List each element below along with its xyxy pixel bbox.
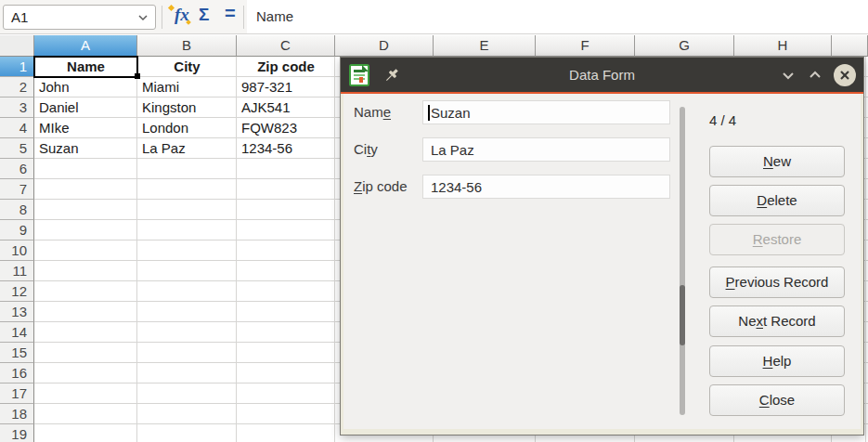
- toolbar-separator: [243, 6, 244, 29]
- data-form-dialog: Data Form Name City Zip code 4 / 4 New D…: [341, 58, 863, 435]
- restore-button: Restore: [709, 224, 845, 255]
- sum-icon[interactable]: Σ: [199, 5, 209, 25]
- column-header-d[interactable]: D: [335, 35, 434, 57]
- column-header-i-partial[interactable]: [832, 35, 868, 57]
- grid-line: [334, 57, 335, 442]
- cell-reference-box[interactable]: A1: [3, 5, 156, 30]
- row-header-17[interactable]: 17: [0, 384, 34, 404]
- column-header-b[interactable]: B: [137, 35, 237, 57]
- close-icon[interactable]: [833, 63, 857, 87]
- zip-code-label: Zip code: [354, 175, 408, 199]
- row-header-3[interactable]: 3: [0, 98, 34, 118]
- row-header-1[interactable]: 1: [0, 57, 34, 77]
- row-header-15[interactable]: 15: [0, 343, 34, 363]
- record-indicator: 4 / 4: [709, 112, 736, 128]
- row-header-6[interactable]: 6: [0, 159, 34, 179]
- column-header-f[interactable]: F: [536, 35, 635, 57]
- row-header-5[interactable]: 5: [0, 138, 34, 159]
- pin-icon[interactable]: [382, 66, 401, 84]
- cell-a2[interactable]: John: [36, 77, 136, 98]
- name-label: Name: [354, 100, 391, 124]
- active-cell-selection: [33, 56, 138, 78]
- grid-line: [865, 57, 866, 442]
- row-header-8[interactable]: 8: [0, 200, 34, 220]
- new-button[interactable]: New: [709, 146, 845, 177]
- sparkle-decoration: [168, 5, 175, 11]
- cell-b1[interactable]: City: [138, 57, 236, 77]
- column-header-c[interactable]: C: [237, 35, 335, 57]
- previous-record-button[interactable]: Previous Record: [709, 266, 845, 298]
- row-header-13[interactable]: 13: [0, 302, 34, 322]
- cell-c2[interactable]: 987-321: [239, 77, 333, 98]
- help-button[interactable]: Help: [709, 345, 845, 377]
- row-header-10[interactable]: 10: [0, 240, 34, 261]
- calc-document-icon: [347, 63, 371, 87]
- row-header-16[interactable]: 16: [0, 363, 34, 384]
- cell-a5[interactable]: Suzan: [36, 138, 136, 159]
- dialog-body: Name City Zip code 4 / 4 New Delete Rest…: [341, 94, 863, 435]
- scrollbar[interactable]: [680, 107, 685, 415]
- close-button[interactable]: Close: [709, 384, 845, 416]
- row-header-9[interactable]: 9: [0, 220, 34, 240]
- grid-line: [136, 57, 137, 442]
- row-header-12[interactable]: 12: [0, 281, 34, 302]
- grid-line: [236, 57, 237, 442]
- column-header-a[interactable]: A: [34, 35, 137, 57]
- toolbar-separator: [162, 6, 162, 29]
- cell-c1[interactable]: Zip code: [238, 57, 334, 77]
- dialog-titlebar[interactable]: Data Form: [341, 58, 863, 92]
- column-header-g[interactable]: G: [635, 35, 734, 57]
- row-header-4[interactable]: 4: [0, 118, 34, 138]
- cell-b3[interactable]: Kingston: [139, 98, 235, 118]
- function-wizard-icon[interactable]: fx: [168, 4, 196, 30]
- formula-bar: A1 fx Σ = Name: [0, 0, 868, 34]
- row-header-18[interactable]: 18: [0, 404, 34, 424]
- fill-handle[interactable]: [135, 73, 140, 79]
- zip-code-field[interactable]: [422, 175, 670, 199]
- row-header-14[interactable]: 14: [0, 322, 34, 343]
- scrollbar-thumb[interactable]: [680, 285, 685, 345]
- formula-icon[interactable]: =: [225, 3, 236, 24]
- column-header-e[interactable]: E: [434, 35, 536, 57]
- cell-b4[interactable]: London: [139, 118, 235, 138]
- cell-b5[interactable]: La Paz: [139, 138, 235, 159]
- chevron-down-icon[interactable]: [136, 11, 149, 24]
- chevron-up-icon[interactable]: [806, 67, 824, 84]
- city-label: City: [354, 137, 378, 162]
- cell-b2[interactable]: Miami: [139, 77, 235, 98]
- chevron-down-icon[interactable]: [779, 67, 797, 84]
- cell-reference-value: A1: [11, 9, 28, 25]
- cell-a3[interactable]: Daniel: [36, 98, 136, 118]
- row-header-7[interactable]: 7: [0, 179, 34, 200]
- cell-c3[interactable]: AJK541: [239, 98, 333, 118]
- text-caret: [428, 105, 430, 121]
- cell-c4[interactable]: FQW823: [239, 118, 333, 138]
- cell-a4[interactable]: MIke: [36, 118, 136, 138]
- select-all-corner[interactable]: [0, 35, 34, 57]
- cell-c5[interactable]: 1234-56: [239, 138, 333, 159]
- formula-input[interactable]: Name: [247, 0, 868, 33]
- row-header-2[interactable]: 2: [0, 77, 34, 98]
- next-record-button[interactable]: Next Record: [709, 306, 845, 337]
- row-header-19[interactable]: 19: [0, 424, 34, 442]
- delete-button[interactable]: Delete: [709, 185, 845, 216]
- city-field[interactable]: [422, 137, 670, 162]
- column-header-h[interactable]: H: [734, 35, 832, 57]
- row-header-11[interactable]: 11: [0, 261, 34, 281]
- name-field[interactable]: [422, 100, 670, 124]
